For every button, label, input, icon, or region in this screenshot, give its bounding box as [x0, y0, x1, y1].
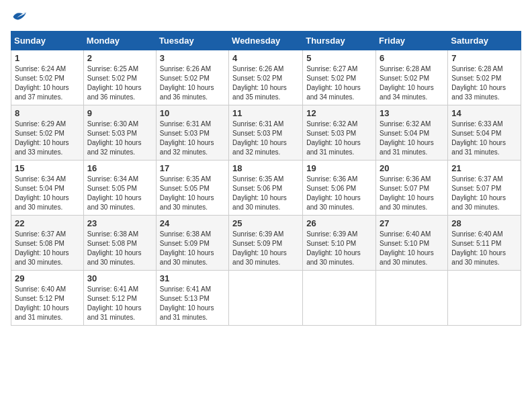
- day-info: Sunrise: 6:25 AM Sunset: 5:02 PM Dayligh…: [87, 64, 152, 102]
- day-info: Sunrise: 6:33 AM Sunset: 5:04 PM Dayligh…: [451, 120, 517, 157]
- sunset-label: Sunset: 5:04 PM: [380, 130, 429, 137]
- day-number: 24: [160, 218, 225, 228]
- logo-bird-icon: [12, 11, 27, 23]
- table-row: 1 Sunrise: 6:24 AM Sunset: 5:02 PM Dayli…: [11, 50, 84, 105]
- sunrise-label: Sunrise: 6:38 AM: [160, 230, 211, 238]
- calendar-week-row: 8 Sunrise: 6:29 AM Sunset: 5:02 PM Dayli…: [11, 105, 521, 161]
- header-saturday: Saturday: [448, 32, 521, 50]
- daylight-label: Daylight: 10 hours and 31 minutes.: [15, 304, 69, 321]
- day-number: 19: [306, 163, 372, 173]
- sunset-label: Sunset: 5:04 PM: [451, 130, 501, 137]
- day-number: 9: [87, 108, 152, 118]
- table-row: 18 Sunrise: 6:35 AM Sunset: 5:06 PM Dayl…: [229, 161, 303, 216]
- sunrise-label: Sunrise: 6:37 AM: [451, 175, 502, 183]
- table-row: 29 Sunrise: 6:40 AM Sunset: 5:12 PM Dayl…: [11, 271, 84, 326]
- sunrise-label: Sunrise: 6:30 AM: [87, 120, 138, 128]
- table-row: [448, 271, 521, 326]
- sunset-label: Sunset: 5:03 PM: [232, 130, 282, 137]
- daylight-label: Daylight: 10 hours and 30 minutes.: [380, 194, 434, 211]
- day-info: Sunrise: 6:36 AM Sunset: 5:06 PM Dayligh…: [306, 175, 372, 212]
- table-row: 4 Sunrise: 6:26 AM Sunset: 5:02 PM Dayli…: [229, 50, 303, 105]
- daylight-label: Daylight: 10 hours and 36 minutes.: [87, 84, 142, 101]
- sunrise-label: Sunrise: 6:28 AM: [451, 65, 502, 73]
- sunrise-label: Sunrise: 6:32 AM: [380, 120, 431, 128]
- table-row: 31 Sunrise: 6:41 AM Sunset: 5:13 PM Dayl…: [156, 271, 228, 326]
- day-number: 31: [160, 273, 225, 283]
- table-row: 5 Sunrise: 6:27 AM Sunset: 5:02 PM Dayli…: [303, 50, 376, 105]
- daylight-label: Daylight: 10 hours and 30 minutes.: [232, 194, 287, 211]
- day-number: 27: [380, 218, 444, 228]
- sunrise-label: Sunrise: 6:36 AM: [380, 175, 431, 183]
- day-number: 28: [451, 218, 517, 228]
- calendar-week-row: 22 Sunrise: 6:37 AM Sunset: 5:08 PM Dayl…: [11, 216, 521, 271]
- sunset-label: Sunset: 5:06 PM: [306, 185, 356, 192]
- daylight-label: Daylight: 10 hours and 30 minutes.: [380, 249, 434, 266]
- sunset-label: Sunset: 5:02 PM: [15, 130, 64, 137]
- table-row: 7 Sunrise: 6:28 AM Sunset: 5:02 PM Dayli…: [448, 50, 521, 105]
- calendar-week-row: 15 Sunrise: 6:34 AM Sunset: 5:04 PM Dayl…: [11, 161, 521, 216]
- sunset-label: Sunset: 5:07 PM: [380, 185, 429, 192]
- sunrise-label: Sunrise: 6:32 AM: [306, 120, 357, 128]
- sunrise-label: Sunrise: 6:25 AM: [87, 65, 138, 73]
- daylight-label: Daylight: 10 hours and 37 minutes.: [15, 84, 69, 101]
- day-number: 8: [15, 108, 80, 118]
- daylight-label: Daylight: 10 hours and 30 minutes.: [232, 249, 287, 266]
- day-number: 7: [451, 53, 517, 63]
- day-info: Sunrise: 6:26 AM Sunset: 5:02 PM Dayligh…: [160, 64, 225, 102]
- daylight-label: Daylight: 10 hours and 30 minutes.: [451, 194, 506, 211]
- table-row: 6 Sunrise: 6:28 AM Sunset: 5:02 PM Dayli…: [376, 50, 448, 105]
- day-info: Sunrise: 6:37 AM Sunset: 5:08 PM Dayligh…: [15, 230, 80, 267]
- daylight-label: Daylight: 10 hours and 32 minutes.: [87, 139, 142, 156]
- sunset-label: Sunset: 5:03 PM: [306, 130, 356, 137]
- day-number: 10: [160, 108, 225, 118]
- sunrise-label: Sunrise: 6:41 AM: [160, 285, 211, 293]
- day-number: 18: [232, 163, 299, 173]
- sunset-label: Sunset: 5:02 PM: [451, 75, 501, 82]
- table-row: [376, 271, 448, 326]
- calendar-table: Sunday Monday Tuesday Wednesday Thursday…: [11, 31, 521, 326]
- day-info: Sunrise: 6:35 AM Sunset: 5:06 PM Dayligh…: [232, 175, 299, 212]
- day-info: Sunrise: 6:31 AM Sunset: 5:03 PM Dayligh…: [232, 120, 299, 157]
- day-info: Sunrise: 6:41 AM Sunset: 5:12 PM Dayligh…: [87, 285, 152, 322]
- day-info: Sunrise: 6:41 AM Sunset: 5:13 PM Dayligh…: [160, 285, 225, 322]
- table-row: [303, 271, 376, 326]
- table-row: 14 Sunrise: 6:33 AM Sunset: 5:04 PM Dayl…: [448, 105, 521, 161]
- day-number: 13: [380, 108, 444, 118]
- day-number: 5: [306, 53, 372, 63]
- table-row: 13 Sunrise: 6:32 AM Sunset: 5:04 PM Dayl…: [376, 105, 448, 161]
- table-row: 21 Sunrise: 6:37 AM Sunset: 5:07 PM Dayl…: [448, 161, 521, 216]
- day-info: Sunrise: 6:29 AM Sunset: 5:02 PM Dayligh…: [15, 120, 80, 157]
- daylight-label: Daylight: 10 hours and 31 minutes.: [87, 304, 142, 321]
- day-info: Sunrise: 6:39 AM Sunset: 5:10 PM Dayligh…: [306, 230, 372, 267]
- sunrise-label: Sunrise: 6:35 AM: [160, 175, 211, 183]
- sunset-label: Sunset: 5:02 PM: [306, 75, 356, 82]
- table-row: 8 Sunrise: 6:29 AM Sunset: 5:02 PM Dayli…: [11, 105, 84, 161]
- day-number: 12: [306, 108, 372, 118]
- daylight-label: Daylight: 10 hours and 35 minutes.: [232, 84, 287, 101]
- table-row: 25 Sunrise: 6:39 AM Sunset: 5:09 PM Dayl…: [229, 216, 303, 271]
- sunset-label: Sunset: 5:03 PM: [87, 130, 137, 137]
- day-info: Sunrise: 6:32 AM Sunset: 5:03 PM Dayligh…: [306, 120, 372, 157]
- day-info: Sunrise: 6:28 AM Sunset: 5:02 PM Dayligh…: [451, 64, 517, 102]
- logo: [11, 11, 28, 23]
- table-row: 19 Sunrise: 6:36 AM Sunset: 5:06 PM Dayl…: [303, 161, 376, 216]
- daylight-label: Daylight: 10 hours and 30 minutes.: [306, 249, 361, 266]
- day-number: 2: [87, 53, 152, 63]
- daylight-label: Daylight: 10 hours and 30 minutes.: [160, 194, 214, 211]
- day-info: Sunrise: 6:38 AM Sunset: 5:09 PM Dayligh…: [160, 230, 225, 267]
- daylight-label: Daylight: 10 hours and 30 minutes.: [160, 249, 214, 266]
- weekday-header-row: Sunday Monday Tuesday Wednesday Thursday…: [11, 32, 521, 50]
- daylight-label: Daylight: 10 hours and 30 minutes.: [87, 194, 142, 211]
- day-number: 6: [380, 53, 444, 63]
- sunrise-label: Sunrise: 6:24 AM: [15, 65, 66, 73]
- day-info: Sunrise: 6:27 AM Sunset: 5:02 PM Dayligh…: [306, 64, 372, 102]
- sunset-label: Sunset: 5:02 PM: [232, 75, 282, 82]
- sunrise-label: Sunrise: 6:34 AM: [87, 175, 138, 183]
- sunset-label: Sunset: 5:11 PM: [451, 240, 501, 247]
- sunset-label: Sunset: 5:12 PM: [87, 295, 137, 302]
- calendar-week-row: 29 Sunrise: 6:40 AM Sunset: 5:12 PM Dayl…: [11, 271, 521, 326]
- sunrise-label: Sunrise: 6:41 AM: [87, 285, 138, 293]
- sunset-label: Sunset: 5:05 PM: [160, 185, 210, 192]
- daylight-label: Daylight: 10 hours and 36 minutes.: [160, 84, 214, 101]
- day-info: Sunrise: 6:40 AM Sunset: 5:11 PM Dayligh…: [451, 230, 517, 267]
